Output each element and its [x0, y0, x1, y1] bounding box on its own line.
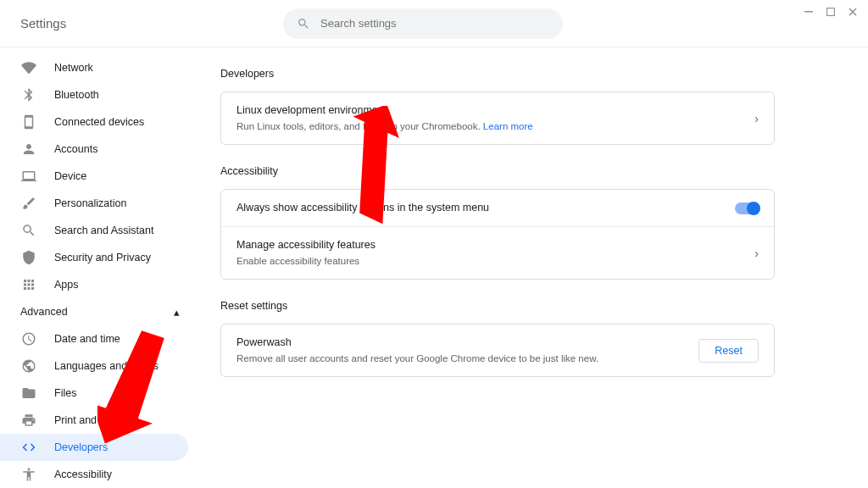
- apps-icon: [20, 276, 37, 293]
- learn-more-link[interactable]: Learn more: [483, 121, 533, 131]
- devices-icon: [20, 114, 37, 130]
- svg-rect-1: [827, 8, 835, 16]
- sidebar-item-date-time[interactable]: Date and time: [0, 325, 188, 352]
- developers-card: Linux development environment Run Linux …: [220, 92, 775, 145]
- shield-icon: [20, 249, 37, 266]
- section-title-developers: Developers: [220, 68, 775, 80]
- sidebar: Network Bluetooth Connected devices Acco…: [0, 47, 200, 488]
- search-icon: [20, 222, 37, 239]
- sidebar-item-label: Accessibility: [54, 469, 112, 480]
- sidebar-item-accessibility[interactable]: Accessibility: [0, 461, 188, 488]
- wifi-icon: [20, 59, 37, 76]
- sidebar-advanced-header[interactable]: Advanced ▴: [0, 298, 200, 325]
- sidebar-item-label: Date and time: [54, 333, 120, 345]
- section-title-reset: Reset settings: [220, 300, 775, 312]
- row-title: Linux development environment: [236, 103, 748, 119]
- toggle-switch[interactable]: [735, 202, 759, 214]
- sidebar-item-languages[interactable]: Languages and inputs: [0, 352, 188, 380]
- sidebar-item-apps[interactable]: Apps: [0, 271, 188, 298]
- sidebar-item-search-assistant[interactable]: Search and Assistant: [0, 217, 188, 244]
- sidebar-item-device[interactable]: Device: [0, 163, 188, 190]
- linux-dev-row[interactable]: Linux development environment Run Linux …: [221, 92, 774, 144]
- search-input[interactable]: [320, 17, 549, 30]
- sidebar-item-label: Apps: [54, 279, 79, 291]
- row-title: Always show accessibility options in the…: [236, 200, 735, 216]
- sidebar-item-label: Languages and inputs: [54, 360, 159, 372]
- sidebar-item-label: Network: [54, 62, 93, 74]
- bluetooth-icon: [20, 86, 37, 103]
- reset-button[interactable]: Reset: [698, 339, 759, 363]
- chevron-right-icon: ›: [748, 112, 759, 125]
- section-title-accessibility: Accessibility: [220, 165, 775, 177]
- sidebar-item-bluetooth[interactable]: Bluetooth: [0, 81, 188, 108]
- sidebar-item-label: Print and scan: [54, 414, 122, 426]
- brush-icon: [20, 195, 37, 212]
- maximize-icon[interactable]: [826, 7, 836, 17]
- search-bar[interactable]: [283, 8, 563, 39]
- printer-icon: [20, 412, 37, 429]
- sidebar-item-personalization[interactable]: Personalization: [0, 190, 188, 217]
- close-icon[interactable]: [848, 7, 858, 17]
- window-controls: [804, 7, 858, 17]
- minimize-icon[interactable]: [804, 7, 814, 17]
- main-content: Developers Linux development environment…: [200, 47, 868, 488]
- header: Settings: [0, 0, 868, 47]
- sidebar-item-print-scan[interactable]: Print and scan: [0, 407, 188, 434]
- sidebar-item-label: Files: [54, 387, 76, 399]
- sidebar-item-label: Security and Privacy: [54, 252, 151, 263]
- sidebar-item-label: Search and Assistant: [54, 225, 153, 236]
- clock-icon: [20, 330, 37, 347]
- sidebar-advanced-label: Advanced: [20, 306, 68, 318]
- laptop-icon: [20, 168, 37, 185]
- person-icon: [20, 141, 37, 158]
- sidebar-item-label: Device: [54, 170, 86, 182]
- row-subtitle: Run Linux tools, editors, and IDEs on yo…: [236, 119, 748, 134]
- manage-a11y-row[interactable]: Manage accessibility features Enable acc…: [221, 227, 774, 279]
- globe-icon: [20, 358, 37, 374]
- row-title: Manage accessibility features: [236, 237, 748, 253]
- row-title: Powerwash: [236, 335, 698, 351]
- page-title: Settings: [20, 16, 275, 30]
- code-icon: [20, 439, 37, 456]
- sidebar-item-label: Accounts: [54, 143, 97, 155]
- accessibility-icon: [20, 466, 37, 483]
- sidebar-item-label: Developers: [54, 441, 108, 453]
- svg-rect-0: [804, 11, 813, 13]
- search-icon: [297, 17, 310, 30]
- accessibility-card: Always show accessibility options in the…: [220, 189, 775, 280]
- chevron-up-icon: ▴: [174, 306, 180, 319]
- sidebar-item-accounts[interactable]: Accounts: [0, 136, 188, 163]
- sidebar-item-files[interactable]: Files: [0, 380, 188, 407]
- folder-icon: [20, 385, 37, 402]
- sidebar-item-label: Bluetooth: [54, 89, 99, 101]
- always-show-a11y-row[interactable]: Always show accessibility options in the…: [221, 190, 774, 227]
- sidebar-item-connected-devices[interactable]: Connected devices: [0, 108, 188, 136]
- sidebar-item-developers[interactable]: Developers: [0, 434, 188, 461]
- powerwash-row: Powerwash Remove all user accounts and r…: [221, 324, 774, 376]
- sidebar-item-network[interactable]: Network: [0, 54, 188, 81]
- chevron-right-icon: ›: [748, 247, 759, 260]
- row-subtitle: Remove all user accounts and reset your …: [236, 352, 698, 366]
- reset-card: Powerwash Remove all user accounts and r…: [220, 324, 775, 377]
- sidebar-item-security-privacy[interactable]: Security and Privacy: [0, 244, 188, 271]
- row-subtitle: Enable accessibility features: [236, 254, 748, 269]
- sidebar-item-label: Personalization: [54, 197, 126, 209]
- sidebar-item-label: Connected devices: [54, 116, 144, 128]
